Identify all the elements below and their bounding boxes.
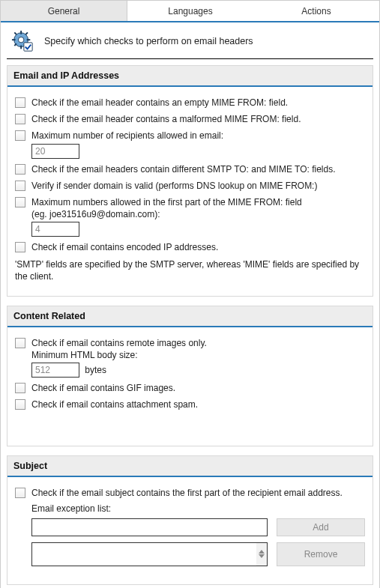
checkbox-gif-images[interactable]	[15, 383, 25, 393]
label-gif-images: Check if email contains GIF images.	[31, 382, 365, 394]
svg-rect-1	[20, 31, 22, 34]
label-max-numbers-line1: Maximum numbers allowed in the first par…	[31, 197, 302, 207]
checkbox-encoded-ip[interactable]	[15, 242, 25, 252]
svg-point-9	[18, 37, 24, 43]
settings-window: General Languages Actions Specify whi	[0, 0, 380, 588]
checkbox-empty-mime-from[interactable]	[15, 97, 25, 108]
panel-subject: Subject Check if the email subject conta…	[7, 455, 373, 585]
scroll-up-icon	[259, 550, 265, 554]
label-encoded-ip: Check if email contains encoded IP addre…	[31, 241, 365, 253]
label-remote-images: Check if email contains remote images on…	[31, 337, 365, 378]
tab-actions[interactable]: Actions	[253, 1, 379, 21]
panel-email-ip-title: Email and IP Addresses	[7, 66, 373, 87]
input-max-numbers[interactable]	[31, 222, 79, 237]
label-malformed-mime-from: Check if the email header contains a mal…	[31, 113, 365, 125]
label-verify-sender-domain: Verify if sender domain is valid (perfor…	[31, 180, 365, 192]
label-remote-images-text: Check if email contains remote images on…	[31, 338, 207, 348]
label-attachment-spam: Check if email contains attachment spam.	[31, 398, 365, 410]
checkbox-different-to-fields[interactable]	[15, 164, 25, 175]
label-subject-recipient: Check if the email subject contains the …	[31, 487, 365, 499]
tab-general[interactable]: General	[1, 1, 127, 21]
listbox-scrollbar[interactable]	[256, 543, 267, 566]
panel-content-related: Content Related Check if email contains …	[7, 306, 373, 446]
tab-languages[interactable]: Languages	[127, 1, 253, 21]
svg-rect-2	[20, 46, 22, 49]
checkbox-max-recipients[interactable]	[15, 130, 25, 141]
checkbox-verify-sender-domain[interactable]	[15, 181, 25, 191]
note-smtp-mime: 'SMTP' fields are specified by the SMTP …	[15, 258, 365, 282]
label-min-html-size: Minimum HTML body size:	[31, 350, 138, 360]
svg-rect-3	[12, 39, 16, 40]
label-empty-mime-from: Check if the email header contains an em…	[31, 97, 365, 109]
panel-email-ip: Email and IP Addresses Check if the emai…	[7, 65, 373, 297]
panel-content-title: Content Related	[7, 306, 373, 327]
intro-row: Specify which checks to perform on email…	[1, 22, 379, 58]
input-min-html-size[interactable]	[31, 363, 79, 378]
label-max-recipients-text: Maximum number of recipients allowed in …	[31, 130, 223, 141]
svg-rect-4	[27, 39, 31, 40]
input-max-recipients[interactable]	[31, 144, 79, 159]
exception-listbox[interactable]	[31, 542, 268, 566]
checkbox-max-numbers-mime-from[interactable]	[15, 197, 25, 207]
scroll-down-icon	[259, 554, 265, 558]
label-exception-list: Email exception list:	[31, 503, 365, 514]
label-max-numbers-line2: (eg. joe31516u9@domain.com):	[31, 209, 160, 219]
checkbox-attachment-spam[interactable]	[15, 399, 25, 410]
label-different-to-fields: Check if the email headers contain diffe…	[31, 163, 365, 175]
label-max-recipients: Maximum number of recipients allowed in …	[31, 130, 365, 158]
label-bytes-unit: bytes	[85, 365, 106, 375]
intro-divider	[7, 58, 373, 59]
checkbox-malformed-mime-from[interactable]	[15, 114, 25, 124]
input-exception-email[interactable]	[31, 518, 268, 536]
gear-check-icon	[11, 30, 34, 52]
label-max-numbers-mime-from: Maximum numbers allowed in the first par…	[31, 196, 365, 237]
svg-rect-10	[24, 43, 32, 51]
remove-button[interactable]: Remove	[277, 542, 365, 566]
checkbox-remote-images[interactable]	[15, 338, 25, 348]
intro-text: Specify which checks to perform on email…	[44, 36, 253, 46]
panel-subject-title: Subject	[7, 456, 373, 477]
tabs-bar: General Languages Actions	[1, 1, 379, 22]
add-button[interactable]: Add	[277, 518, 365, 536]
checkbox-subject-recipient[interactable]	[15, 488, 25, 498]
